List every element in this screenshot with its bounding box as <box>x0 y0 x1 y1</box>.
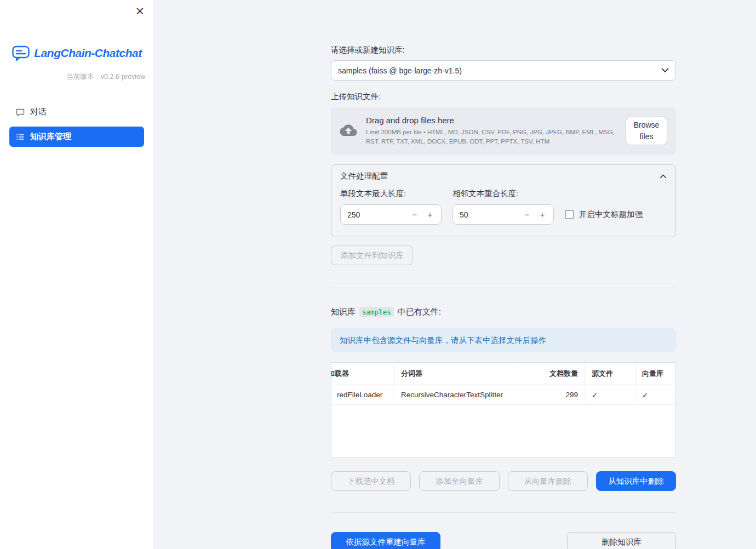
overlap-input[interactable]: 50 − + <box>453 204 554 225</box>
kb-name-code: samples <box>359 307 394 317</box>
app-title: LangChain-Chatchat <box>34 47 141 60</box>
max-length-field: 单段文本最大长度: 250 − + <box>340 188 442 225</box>
cell-doc-count: 299 <box>519 385 585 404</box>
decrement-button[interactable]: − <box>407 207 422 223</box>
sidebar-item-chat[interactable]: 对话 <box>9 102 144 122</box>
cell-source-file-check: ✓ <box>585 385 635 404</box>
divider <box>331 512 676 513</box>
increment-button[interactable]: + <box>535 207 550 223</box>
zh-title-enhance-checkbox[interactable] <box>565 210 574 219</box>
version-text: 当前版本：v0.2.6-preview <box>0 72 153 82</box>
kb-files-heading: 知识库 samples 中已有文件: <box>331 307 676 317</box>
file-uploader-dropzone[interactable]: Drag and drop files here Limit 200MB per… <box>331 107 676 155</box>
overlap-value: 50 <box>460 210 519 219</box>
file-action-buttons: 下载选中文档 添加至向量库 从向量库删除 从知识库中删除 <box>331 471 676 491</box>
divider <box>331 288 676 288</box>
chevron-up-icon <box>660 174 667 179</box>
kb-select[interactable]: samples (faiss @ bge-large-zh-v1.5) <box>331 60 676 81</box>
expander-body: 单段文本最大长度: 250 − + 相邻文本重合长度: 50 − + <box>331 186 675 237</box>
table-header-doc-count: 文档数量 <box>519 363 585 385</box>
table-header-splitter: 分词器 <box>394 363 519 385</box>
table-header-vector-store: 向量库 <box>635 363 676 385</box>
sidebar-item-knowledge-base[interactable]: 知识库管理 <box>9 127 144 147</box>
version-value: v0.2.6-preview <box>101 73 145 81</box>
app-logo: LangChain-Chatchat <box>0 45 153 61</box>
kb-select-value: samples (faiss @ bge-large-zh-v1.5) <box>338 66 661 75</box>
logo-chat-icon <box>12 45 30 61</box>
sidebar-close-button[interactable]: × <box>133 3 147 19</box>
kb-select-label: 请选择或新建知识库: <box>331 45 676 55</box>
chat-bubble-icon <box>16 108 25 117</box>
file-config-expander: 文件处理配置 单段文本最大长度: 250 − + 相邻文 <box>331 164 676 237</box>
zh-title-enhance-field: 开启中文标题加强 <box>565 209 643 220</box>
table-row[interactable]: redFileLoader RecursiveCharacterTextSpli… <box>331 385 675 405</box>
expander-title: 文件处理配置 <box>340 171 388 181</box>
sidebar: × LangChain-Chatchat 当前版本：v0.2.6-preview… <box>0 0 153 549</box>
cloud-upload-icon <box>340 124 357 138</box>
table-header-loader: 加载器 <box>331 363 394 385</box>
add-to-vector-store-button[interactable]: 添加至向量库 <box>419 471 499 491</box>
uploader-texts: Drag and drop files here Limit 200MB per… <box>366 116 619 146</box>
kb-files-suffix: 中已有文件: <box>398 307 441 317</box>
zh-title-enhance-label: 开启中文标题加强 <box>579 209 643 220</box>
table-header-source-file: 源文件 <box>585 363 635 385</box>
delete-from-kb-button[interactable]: 从知识库中删除 <box>596 471 676 491</box>
list-icon <box>16 133 25 141</box>
delete-kb-button[interactable]: 删除知识库 <box>567 532 676 549</box>
overlap-field: 相邻文本重合长度: 50 − + <box>453 188 554 225</box>
sidebar-item-label: 知识库管理 <box>30 131 71 142</box>
rebuild-vector-store-button[interactable]: 依据源文件重建向量库 <box>331 532 440 549</box>
uploader-limit-text: Limit 200MB per file • HTML, MD, JSON, C… <box>366 128 619 146</box>
chevron-down-icon <box>661 68 669 73</box>
cell-vector-store-check: ✓ <box>635 385 676 404</box>
sidebar-menu: 对话 知识库管理 <box>4 97 149 156</box>
add-files-to-kb-button[interactable]: 添加文件到知识库 <box>331 245 413 265</box>
max-length-value: 250 <box>347 210 407 219</box>
kb-level-buttons: 依据源文件重建向量库 删除知识库 <box>331 532 676 549</box>
uploader-title: Drag and drop files here <box>366 116 619 125</box>
cell-splitter: RecursiveCharacterTextSplitter <box>394 385 519 404</box>
kb-files-prefix: 知识库 <box>331 307 356 317</box>
download-selected-button[interactable]: 下载选中文档 <box>331 471 411 491</box>
version-label: 当前版本： <box>66 73 101 81</box>
max-length-label: 单段文本最大长度: <box>340 188 442 199</box>
delete-from-vector-store-button[interactable]: 从向量库删除 <box>508 471 588 491</box>
browse-files-button[interactable]: Browse files <box>626 117 667 145</box>
files-table[interactable]: 加载器 分词器 文档数量 源文件 向量库 redFileLoader Recur… <box>331 362 676 458</box>
sidebar-item-label: 对话 <box>30 107 47 117</box>
info-banner: 知识库中包含源文件与向量库，请从下表中选择文件后操作 <box>331 328 676 352</box>
decrement-button[interactable]: − <box>519 207 535 223</box>
main-area: 请选择或新建知识库: samples (faiss @ bge-large-zh… <box>153 0 756 549</box>
increment-button[interactable]: + <box>422 207 438 223</box>
max-length-input[interactable]: 250 − + <box>340 204 442 225</box>
info-text: 知识库中包含源文件与向量库，请从下表中选择文件后操作 <box>340 335 546 346</box>
table-header-row: 加载器 分词器 文档数量 源文件 向量库 <box>331 363 675 385</box>
upload-label: 上传知识文件: <box>331 92 676 102</box>
overlap-label: 相邻文本重合长度: <box>453 188 554 199</box>
table-body: redFileLoader RecursiveCharacterTextSpli… <box>331 385 675 405</box>
expander-header[interactable]: 文件处理配置 <box>331 165 675 186</box>
content-column: 请选择或新建知识库: samples (faiss @ bge-large-zh… <box>331 0 676 549</box>
cell-loader: redFileLoader <box>331 385 394 404</box>
